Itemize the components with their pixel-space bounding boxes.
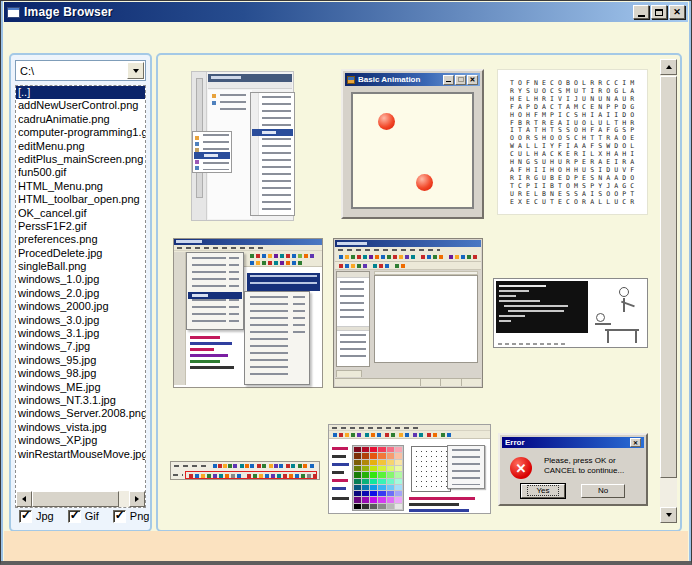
maximize-button[interactable] — [651, 5, 667, 19]
file-list-item[interactable]: addNewUserControl.png — [16, 99, 145, 112]
mini-dialog-title: Error — [505, 438, 630, 447]
window-controls — [633, 5, 685, 19]
file-list-item[interactable]: windows_3.0.jpg — [16, 314, 145, 327]
app-icon — [7, 7, 20, 18]
arrow-up-icon — [666, 65, 672, 69]
thumbnail-edit-menu[interactable] — [173, 238, 323, 388]
file-list-item[interactable]: windows_ME.jpg — [16, 381, 145, 394]
file-list-item[interactable]: winRestartMouseMove.jpg — [16, 448, 145, 461]
checkmark-icon — [68, 510, 81, 523]
minimize-icon — [638, 15, 645, 17]
close-button[interactable] — [669, 5, 685, 19]
file-list-item[interactable]: editMenu.png — [16, 140, 145, 153]
mini-dialog-message: Please, press OK or CANCEL to continue..… — [544, 456, 644, 476]
checkbox-png-label: Png — [130, 510, 150, 522]
file-list-item[interactable]: windows_98.jpg — [16, 367, 145, 380]
mini-document-canvas — [374, 275, 478, 363]
red-ball — [378, 113, 395, 130]
path-combobox-value: C:\ — [16, 65, 126, 77]
file-list-item[interactable]: editPlus_mainScreen.png — [16, 153, 145, 166]
scroll-up-button[interactable] — [660, 59, 677, 75]
checkmark-icon — [113, 510, 126, 523]
checkbox-gif[interactable]: Gif — [68, 510, 99, 523]
file-list-item[interactable]: [..] — [16, 86, 145, 99]
thumbnail-add-new-user-control[interactable] — [191, 71, 294, 221]
file-list-item[interactable]: PerssF1F2.gif — [16, 220, 145, 233]
scroll-right-button[interactable] — [129, 491, 145, 507]
scroll-down-button[interactable] — [660, 507, 677, 523]
file-list-item[interactable]: computer-programming1.gif — [16, 126, 145, 139]
app-window: Image Browser C:\ [..]addNewUserControl.… — [0, 0, 692, 565]
horizontal-scroll-thumb[interactable] — [32, 491, 119, 507]
mini-title-bar: Basic Animation — [345, 73, 480, 86]
checkbox-png[interactable]: Png — [113, 510, 150, 523]
vertical-scroll-thumb[interactable] — [660, 76, 677, 478]
file-list-item[interactable]: windows_2000.jpg — [16, 300, 145, 313]
bottom-strip — [4, 531, 688, 561]
window-title: Image Browser — [24, 5, 113, 19]
checkmark-icon — [19, 510, 32, 523]
mini-project-tree — [336, 271, 370, 367]
thumbnail-error-dialog[interactable]: Error Please, press OK or CANCEL to cont… — [498, 433, 648, 506]
title-bar: Image Browser — [4, 2, 688, 22]
checkbox-jpg[interactable]: Jpg — [19, 510, 54, 523]
file-list-item[interactable]: windows_7.jpg — [16, 340, 145, 353]
thumbnail-editor-main-screen[interactable] — [333, 238, 483, 388]
color-palette-grid — [352, 445, 404, 511]
checkbox-jpg-label: Jpg — [36, 510, 54, 522]
combobox-dropdown-button[interactable] — [127, 62, 144, 79]
thumbnail-programming-comic[interactable] — [493, 278, 648, 348]
file-list-item[interactable]: HTML_toolbar_open.png — [16, 193, 145, 206]
file-list-item[interactable]: windows_3.1.jpg — [16, 327, 145, 340]
arrow-right-icon — [135, 496, 139, 502]
arrow-left-icon — [22, 496, 26, 502]
arrow-down-icon — [666, 513, 672, 517]
file-list-item[interactable]: ProcedDelete.jpg — [16, 247, 145, 260]
mini-yes-button: Yes — [521, 484, 565, 498]
file-list-item[interactable]: cadruAnimatie.png — [16, 113, 145, 126]
close-icon — [630, 438, 641, 447]
file-list-item[interactable]: windows_2.0.jpg — [16, 287, 145, 300]
word-search-grid: TOFNECOBOLRRCCIMRYSUOCSMUTIROGLAHELHRIVI… — [510, 80, 635, 207]
thumbnail-basic-animation[interactable]: Basic Animation — [341, 69, 484, 219]
thumbnail-html-toolbar[interactable] — [170, 461, 320, 480]
thumbnail-word-search[interactable]: TOFNECOBOLRRCCIMRYSUOCSMUTIROGLAHELHRIVI… — [497, 69, 648, 215]
file-list-horizontal-scrollbar[interactable] — [16, 491, 145, 507]
thumbnail-vertical-scrollbar[interactable] — [660, 59, 677, 523]
maximize-icon — [458, 77, 464, 82]
mini-context-menu — [250, 92, 295, 216]
mini-context-menu — [447, 445, 485, 489]
file-list-item[interactable]: windows_vista.jpg — [16, 421, 145, 434]
mini-no-button: No — [581, 484, 625, 498]
file-list-item[interactable]: windows_95.jpg — [16, 354, 145, 367]
mini-app-icon — [347, 76, 355, 84]
file-list[interactable]: [..]addNewUserControl.pngcadruAnimatie.p… — [15, 85, 146, 508]
thumbnail-panel: Basic Animation TOFNECOBOLRRCCIMRYSUOCSM… — [156, 53, 682, 532]
file-list-item[interactable]: HTML_Menu.png — [16, 180, 145, 193]
file-list-item[interactable]: OK_cancel.gif — [16, 207, 145, 220]
file-list-item[interactable]: windows_NT.3.1.jpg — [16, 394, 145, 407]
thumbnail-color-palette-editor[interactable] — [328, 424, 491, 514]
file-list-item[interactable]: windows_1.0.jpg — [16, 273, 145, 286]
filter-checkboxes: Jpg Gif Png — [19, 508, 146, 524]
mini-character-map — [411, 446, 451, 492]
mini-terminal — [496, 281, 588, 333]
word-search-row: EXECUTECORALLUCR — [510, 199, 635, 207]
mini-edit-menu — [186, 252, 244, 330]
close-icon — [673, 8, 681, 17]
file-list-item[interactable]: windows_XP.jpg — [16, 434, 145, 447]
animation-canvas — [351, 92, 474, 209]
file-list-item[interactable]: preferences.png — [16, 233, 145, 246]
file-list-item[interactable]: singleBall.png — [16, 260, 145, 273]
mini-title-bar: Error — [502, 437, 644, 448]
close-icon — [470, 76, 476, 83]
scroll-left-button[interactable] — [16, 491, 32, 507]
highlighted-toolbar-region — [185, 471, 317, 479]
file-list-item[interactable]: fun500.gif — [16, 166, 145, 179]
mini-submenu — [192, 131, 232, 173]
path-combobox[interactable]: C:\ — [15, 60, 146, 81]
file-browser-panel: C:\ [..]addNewUserControl.pngcadruAnimat… — [9, 53, 152, 532]
file-list-item[interactable]: windows_Server.2008.png — [16, 407, 145, 420]
mini-window-title: Basic Animation — [358, 75, 420, 84]
minimize-button[interactable] — [633, 5, 649, 19]
